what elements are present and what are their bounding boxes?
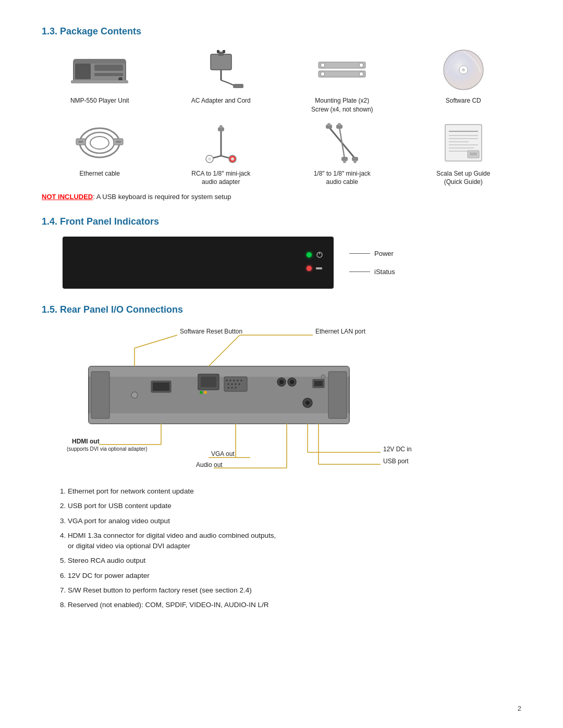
device-front-image — [63, 237, 334, 289]
setup-guide-label: Scala Set up Guide(Quick Guide) — [436, 169, 490, 187]
feature-4: HDMI 1.3a connector for digital video an… — [68, 530, 521, 552]
svg-text:HDMI out: HDMI out — [72, 438, 100, 445]
svg-rect-57 — [316, 267, 322, 269]
item-setup-guide: Scala Set up Guide(Quick Guide) — [406, 119, 522, 187]
page-number: 2 — [518, 705, 521, 712]
ac-adapter-label: AC Adapter and Cord — [191, 96, 251, 105]
svg-point-17 — [321, 72, 325, 76]
items-grid-row1: NMP-550 Player Unit AC Adapter and Cord — [42, 46, 521, 114]
svg-point-75 — [241, 380, 242, 381]
istatus-dash — [349, 272, 370, 272]
svg-rect-84 — [153, 382, 169, 391]
svg-rect-41 — [353, 160, 357, 163]
indicator-row — [307, 251, 323, 271]
svg-rect-67 — [201, 377, 216, 387]
power-label-line: Power — [349, 250, 395, 257]
svg-point-16 — [359, 63, 363, 67]
item-mounting-plate: Mounting Plate (x2)Screw (x4, not shown) — [284, 46, 400, 114]
feature-5: Stereo RCA audio output — [68, 556, 521, 566]
audio-cable-image — [311, 119, 373, 166]
svg-text:12V DC in: 12V DC in — [383, 446, 412, 453]
software-cd-label: Software CD — [446, 96, 481, 105]
svg-point-86 — [279, 380, 284, 384]
svg-point-68 — [200, 391, 203, 394]
svg-point-24 — [85, 132, 114, 153]
svg-point-82 — [235, 387, 237, 389]
svg-point-65 — [131, 392, 138, 398]
package-contents-section: 1.3. Package Contents NMP-550 Player Uni… — [42, 26, 521, 201]
svg-point-35 — [231, 157, 234, 161]
not-included-notice: NOT INCLUDED: A USB keyboard is required… — [42, 193, 521, 201]
setup-guide-image — [432, 119, 495, 166]
svg-point-81 — [231, 387, 233, 389]
svg-point-79 — [239, 384, 240, 385]
power-icon — [316, 251, 323, 258]
front-panel-section: 1.4. Front Panel Indicators — [42, 216, 521, 289]
item-software-cd: Software CD — [406, 46, 522, 114]
svg-line-96 — [209, 335, 240, 366]
svg-rect-63 — [91, 372, 109, 418]
svg-rect-28 — [78, 141, 83, 143]
rear-panel-diagram: Reserved Reserved — [57, 325, 422, 476]
svg-rect-43 — [343, 160, 346, 163]
svg-rect-31 — [219, 125, 223, 128]
feature-3: VGA port for analog video output — [68, 516, 521, 526]
item-ethernet-cable: Ethernet cable — [42, 119, 158, 187]
svg-rect-52 — [468, 151, 479, 158]
svg-point-74 — [237, 380, 239, 381]
rca-adapter-image — [190, 119, 252, 166]
svg-point-33 — [208, 157, 211, 161]
svg-rect-3 — [94, 65, 123, 71]
svg-point-72 — [230, 380, 231, 381]
ethernet-cable-image — [68, 119, 131, 166]
audio-cable-label: 1/8″ to 1/8″ mini-jackaudio cable — [314, 169, 371, 187]
svg-rect-39 — [338, 123, 341, 126]
power-led-green — [307, 252, 312, 257]
features-list: Ethernet port for network content update… — [68, 486, 521, 610]
istatus-label: iStatus — [374, 268, 395, 276]
svg-rect-13 — [319, 62, 365, 68]
svg-rect-90 — [314, 381, 323, 386]
svg-point-73 — [234, 380, 235, 381]
item-audio-cable: 1/8″ to 1/8″ mini-jackaudio cable — [284, 119, 400, 187]
software-cd-image — [432, 46, 495, 93]
svg-rect-11 — [217, 50, 219, 53]
svg-rect-6 — [71, 80, 128, 83]
section-1-4-heading: 1.4. Front Panel Indicators — [42, 216, 521, 227]
rca-adapter-label: RCA to 1/8″ mini-jackaudio adapter — [191, 169, 250, 187]
svg-point-69 — [204, 391, 207, 394]
feature-7: S/W Reset button to perform factory rese… — [68, 585, 521, 596]
section-1-5-heading: 1.5. Rear Panel I/O Connections — [42, 304, 521, 315]
rear-panel-section: 1.5. Rear Panel I/O Connections Reserved… — [42, 304, 521, 610]
svg-point-71 — [226, 380, 228, 381]
svg-rect-29 — [116, 141, 121, 143]
front-panel-labels: Power iStatus — [349, 250, 395, 276]
rear-panel-svg: Reserved Reserved — [57, 325, 422, 476]
svg-point-15 — [321, 63, 325, 67]
svg-rect-10 — [233, 84, 243, 88]
svg-point-22 — [462, 68, 465, 71]
svg-text:Software Reset Button: Software Reset Button — [180, 328, 242, 335]
section-1-3-heading: 1.3. Package Contents — [42, 26, 521, 37]
feature-6: 12V DC for power adapter — [68, 571, 521, 581]
svg-rect-64 — [328, 372, 347, 418]
svg-point-92 — [305, 401, 310, 405]
item-player-unit: NMP-550 Player Unit — [42, 46, 158, 114]
svg-point-80 — [228, 387, 229, 389]
svg-rect-2 — [75, 64, 91, 79]
svg-rect-4 — [94, 73, 123, 76]
mounting-plate-label: Mounting Plate (x2)Screw (x4, not shown) — [311, 96, 373, 114]
svg-point-18 — [359, 72, 363, 76]
istatus-indicator — [307, 266, 323, 271]
svg-text:Ethernet LAN port: Ethernet LAN port — [315, 328, 366, 335]
svg-point-78 — [235, 384, 237, 385]
svg-text:Audio out: Audio out — [196, 461, 223, 468]
player-unit-image — [68, 46, 131, 93]
istatus-bar-icon — [316, 266, 323, 270]
svg-rect-1 — [74, 59, 126, 64]
items-grid-row2: Ethernet cable — [42, 119, 521, 187]
svg-point-93 — [321, 375, 325, 379]
front-panel-diagram: Power iStatus — [63, 237, 521, 289]
ac-adapter-image — [190, 46, 252, 93]
feature-8: Reserved (not enabled): COM, SPDIF, VIDE… — [68, 600, 521, 610]
